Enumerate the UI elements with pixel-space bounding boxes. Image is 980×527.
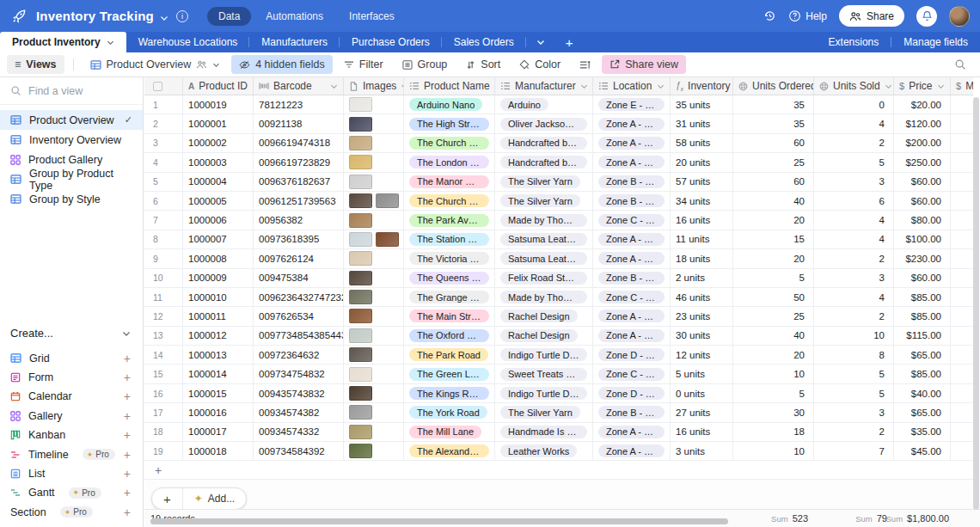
top-nav-interfaces[interactable]: Interfaces bbox=[338, 7, 406, 26]
cell-manufacturer[interactable]: Sweet Treats Studio bbox=[495, 365, 593, 383]
cell-manufacturer[interactable]: Satsuma Leather Goods bbox=[495, 249, 593, 267]
cell-manufacturing[interactable] bbox=[951, 269, 973, 287]
cell-manufacturing[interactable] bbox=[951, 442, 973, 460]
cell-barcode[interactable]: 0096236432747232 bbox=[254, 288, 344, 306]
cell-units-sold[interactable]: 2 bbox=[814, 134, 894, 152]
sidebar-view-item[interactable]: Group by Product Type bbox=[0, 169, 143, 189]
views-button[interactable]: ≡ Views bbox=[7, 55, 64, 74]
cell-barcode[interactable]: 00934574382 bbox=[254, 403, 344, 421]
row-number[interactable]: 4 bbox=[144, 153, 183, 171]
cell-units-sold[interactable]: 0 bbox=[814, 95, 894, 113]
column-header-inventory[interactable]: ƒx Inventory bbox=[671, 77, 733, 95]
top-nav-automations[interactable]: Automations bbox=[254, 7, 334, 26]
row-number[interactable]: 12 bbox=[144, 307, 183, 325]
cell-images[interactable] bbox=[344, 307, 404, 325]
cell-price[interactable]: $45.00 bbox=[894, 442, 951, 460]
cell-inventory[interactable]: 0 units bbox=[671, 384, 733, 402]
cell-barcode[interactable]: 0097734854385443 bbox=[254, 327, 344, 345]
current-view-button[interactable]: Product Overview bbox=[83, 55, 229, 74]
cell-product-id[interactable]: 1000015 bbox=[183, 384, 254, 402]
cell-units-sold[interactable]: 3 bbox=[814, 403, 894, 421]
tab-list-chevron-icon[interactable] bbox=[526, 32, 555, 52]
cell-product-name[interactable]: The Park Avenue bbox=[404, 211, 495, 229]
cell-inventory[interactable]: 46 units bbox=[671, 288, 733, 306]
cell-manufacturing[interactable] bbox=[951, 288, 973, 306]
cell-units-ordered[interactable]: 25 bbox=[733, 153, 814, 171]
cell-inventory[interactable]: 27 units bbox=[671, 403, 733, 421]
cell-inventory[interactable]: 16 units bbox=[671, 211, 733, 229]
image-thumbnail[interactable] bbox=[349, 213, 372, 228]
cell-product-name[interactable]: The Kings Road bbox=[404, 384, 495, 402]
cell-units-ordered[interactable]: 40 bbox=[733, 192, 814, 210]
column-chevron-icon[interactable] bbox=[330, 80, 338, 92]
table-tab[interactable]: Manufacturers bbox=[249, 32, 340, 52]
cell-inventory[interactable]: 3 units bbox=[671, 442, 733, 460]
cell-images[interactable] bbox=[344, 95, 404, 113]
image-thumbnail[interactable] bbox=[376, 193, 399, 208]
manage-fields-button[interactable]: Manage fields bbox=[891, 36, 980, 48]
cell-manufacturer[interactable]: Rachel Design bbox=[495, 327, 593, 345]
cell-location[interactable]: Zone B - Shelf 2 bbox=[593, 173, 671, 191]
cell-units-sold[interactable]: 2 bbox=[814, 307, 894, 325]
image-thumbnail[interactable] bbox=[349, 328, 372, 343]
cell-images[interactable] bbox=[344, 249, 404, 267]
cell-inventory[interactable]: 30 units bbox=[671, 327, 733, 345]
cell-units-sold[interactable]: 5 bbox=[814, 153, 894, 171]
cell-barcode[interactable]: 78121223 bbox=[254, 95, 344, 113]
cell-price[interactable]: $20.00 bbox=[894, 95, 951, 113]
sum-units-ordered[interactable]: Sum523 bbox=[771, 513, 808, 524]
cell-manufacturer[interactable]: The Silver Yarn bbox=[495, 403, 593, 421]
cell-product-id[interactable]: 1000018 bbox=[183, 442, 254, 460]
cell-product-name[interactable]: The Church Road bbox=[404, 134, 495, 152]
cell-images[interactable] bbox=[344, 288, 404, 306]
cell-barcode[interactable]: 009475384 bbox=[254, 269, 344, 287]
sidebar-view-item[interactable]: Inventory Overview bbox=[0, 130, 143, 150]
cell-images[interactable] bbox=[344, 442, 404, 460]
cell-manufacturing[interactable] bbox=[951, 192, 973, 210]
image-thumbnail[interactable] bbox=[349, 251, 372, 266]
cell-units-ordered[interactable]: 40 bbox=[733, 327, 814, 345]
cell-inventory[interactable]: 16 units bbox=[671, 423, 733, 441]
cell-images[interactable] bbox=[344, 346, 404, 364]
cell-location[interactable]: Zone A - Shelf 3 bbox=[593, 249, 671, 267]
cell-units-ordered[interactable]: 35 bbox=[733, 95, 814, 113]
cell-barcode[interactable]: 0097626534 bbox=[254, 307, 344, 325]
cell-product-id[interactable]: 1000019 bbox=[183, 95, 254, 113]
row-number[interactable]: 9 bbox=[144, 249, 183, 267]
cell-manufacturer[interactable]: The Silver Yarn bbox=[495, 173, 593, 191]
cell-inventory[interactable]: 35 units bbox=[671, 95, 733, 113]
cell-location[interactable]: Zone B - Shelf 1 bbox=[593, 192, 671, 210]
cell-product-id[interactable]: 1000005 bbox=[183, 192, 254, 210]
cell-manufacturing[interactable] bbox=[951, 423, 973, 441]
cell-price[interactable]: $60.00 bbox=[894, 269, 951, 287]
cell-barcode[interactable]: 0096376182637 bbox=[254, 173, 344, 191]
cell-manufacturing[interactable] bbox=[951, 95, 973, 113]
column-header-price[interactable]: $ Price bbox=[894, 77, 951, 95]
cell-location[interactable]: Zone A - Shelf 1 bbox=[593, 423, 671, 441]
row-number[interactable]: 11 bbox=[144, 288, 183, 306]
cell-images[interactable] bbox=[344, 230, 404, 248]
cell-units-sold[interactable]: 8 bbox=[814, 346, 894, 364]
hidden-fields-button[interactable]: 4 hidden fields bbox=[231, 55, 333, 74]
cell-product-id[interactable]: 1000013 bbox=[183, 346, 254, 364]
row-number[interactable]: 18 bbox=[144, 423, 183, 441]
column-header-images[interactable]: Images bbox=[344, 77, 404, 95]
cell-price[interactable]: $40.00 bbox=[894, 384, 951, 402]
cell-units-ordered[interactable]: 35 bbox=[733, 114, 814, 132]
cell-inventory[interactable]: 20 units bbox=[671, 153, 733, 171]
cell-manufacturing[interactable] bbox=[951, 249, 973, 267]
cell-manufacturer[interactable]: Oliver Jackson Makers bbox=[495, 114, 593, 132]
cell-manufacturing[interactable] bbox=[951, 403, 973, 421]
row-number[interactable]: 1 bbox=[144, 95, 183, 113]
column-header-barcode[interactable]: Barcode bbox=[254, 77, 344, 95]
cell-product-name[interactable]: The Manor Road bbox=[404, 173, 495, 191]
cell-price[interactable]: $100.00 bbox=[894, 230, 951, 248]
cell-price[interactable]: $85.00 bbox=[894, 365, 951, 383]
cell-barcode[interactable]: 00934574332 bbox=[254, 423, 344, 441]
cell-product-id[interactable]: 1000014 bbox=[183, 365, 254, 383]
search-icon[interactable] bbox=[947, 58, 973, 70]
create-item-grid[interactable]: Grid + bbox=[0, 348, 143, 367]
cell-manufacturing[interactable] bbox=[951, 327, 973, 345]
cell-barcode[interactable]: 0097626124 bbox=[254, 249, 344, 267]
cell-product-name[interactable]: The Green Lane bbox=[404, 365, 495, 383]
